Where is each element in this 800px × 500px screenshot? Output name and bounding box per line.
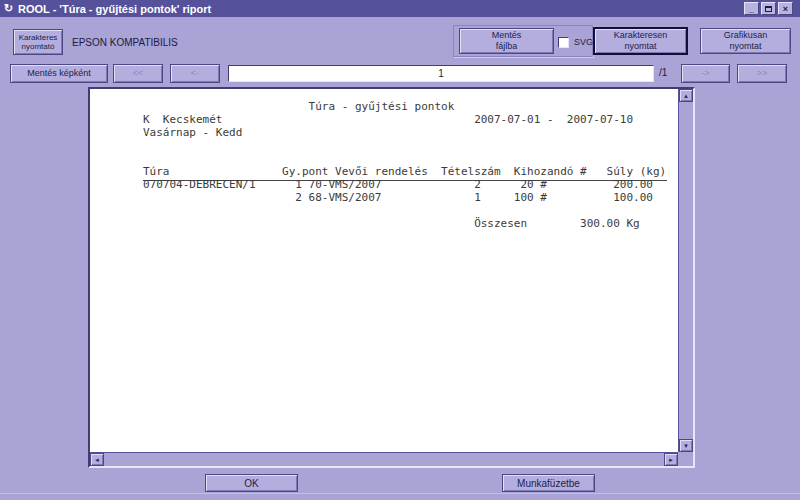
save-to-file-button[interactable]: Mentés fájlba xyxy=(459,28,554,54)
print-character-label-2: nyomtat xyxy=(624,41,656,52)
workbook-button[interactable]: Munkafüzetbe xyxy=(502,474,595,492)
horizontal-scrollbar[interactable]: ◄ ► xyxy=(90,452,678,466)
report-line: 2 68-VMS/2007 1 100 # 100.00 xyxy=(143,191,678,204)
scroll-right-button[interactable]: ► xyxy=(664,453,678,466)
print-character-button[interactable]: Karakteresen nyomtat xyxy=(593,27,688,55)
scroll-up-button[interactable]: ▲ xyxy=(679,89,693,102)
report-line: Összesen 300.00 Kg xyxy=(143,217,678,230)
save-to-file-label-2: fájlba xyxy=(496,41,518,52)
restore-button[interactable] xyxy=(761,2,776,15)
window-title: ROOL - 'Túra - gyűjtési pontok' riport xyxy=(18,3,211,15)
report-line: Vasárnap - Kedd xyxy=(143,126,678,139)
first-page-button[interactable]: << xyxy=(113,64,163,83)
page-total-label: /1 xyxy=(659,67,667,78)
print-graphic-label-2: nyomtat xyxy=(729,41,761,52)
close-button[interactable]: × xyxy=(778,2,793,15)
restore-icon xyxy=(765,6,772,12)
scroll-left-button[interactable]: ◄ xyxy=(90,453,104,466)
character-printer-label-2: nyomtató xyxy=(22,42,55,51)
printer-name-label: EPSON KOMPATIBILIS xyxy=(72,37,178,48)
report-viewport: Túra - gyűjtési pontokK Kecskemét 2007-0… xyxy=(88,87,695,468)
print-character-label-1: Karakteresen xyxy=(614,30,668,41)
vertical-scrollbar[interactable]: ▲ ▼ xyxy=(678,89,693,452)
report-line: K Kecskemét 2007-07-01 - 2007-07-10 xyxy=(143,113,678,126)
report-line xyxy=(143,204,678,217)
scrollbar-corner xyxy=(678,452,693,466)
print-graphic-label-1: Grafikusan xyxy=(724,30,768,41)
svg-checkbox[interactable] xyxy=(558,37,569,48)
window-bottom-edge xyxy=(0,493,800,494)
last-page-button[interactable]: >> xyxy=(737,64,787,83)
page-number-input[interactable] xyxy=(228,65,654,82)
minimize-button[interactable]: _ xyxy=(744,2,759,15)
character-printer-button[interactable]: Karakteres nyomtató xyxy=(13,29,63,55)
scroll-down-button[interactable]: ▼ xyxy=(679,439,693,452)
report-content: Túra - gyűjtési pontokK Kecskemét 2007-0… xyxy=(90,89,678,230)
titlebar: ↻ ROOL - 'Túra - gyűjtési pontok' riport… xyxy=(0,0,800,17)
save-as-image-button[interactable]: Mentés képként xyxy=(10,64,108,83)
report-line xyxy=(143,139,678,152)
report-line xyxy=(143,152,678,165)
next-page-button[interactable]: -> xyxy=(681,64,730,83)
report-line: 070704-DEBRECEN/1 1 70-VMS/2007 2 20 # 2… xyxy=(143,178,678,191)
character-printer-label-1: Karakteres xyxy=(19,33,58,42)
report-page: Túra - gyűjtési pontokK Kecskemét 2007-0… xyxy=(90,89,678,452)
print-graphic-button[interactable]: Grafikusan nyomtat xyxy=(700,28,791,54)
report-line: Túra - gyűjtési pontok xyxy=(143,100,678,113)
app-icon: ↻ xyxy=(2,2,15,15)
previous-page-button[interactable]: <- xyxy=(170,64,220,83)
ok-button[interactable]: OK xyxy=(205,474,298,492)
svg-checkbox-label: SVG xyxy=(574,37,593,47)
save-to-file-label-1: Mentés xyxy=(492,30,522,41)
